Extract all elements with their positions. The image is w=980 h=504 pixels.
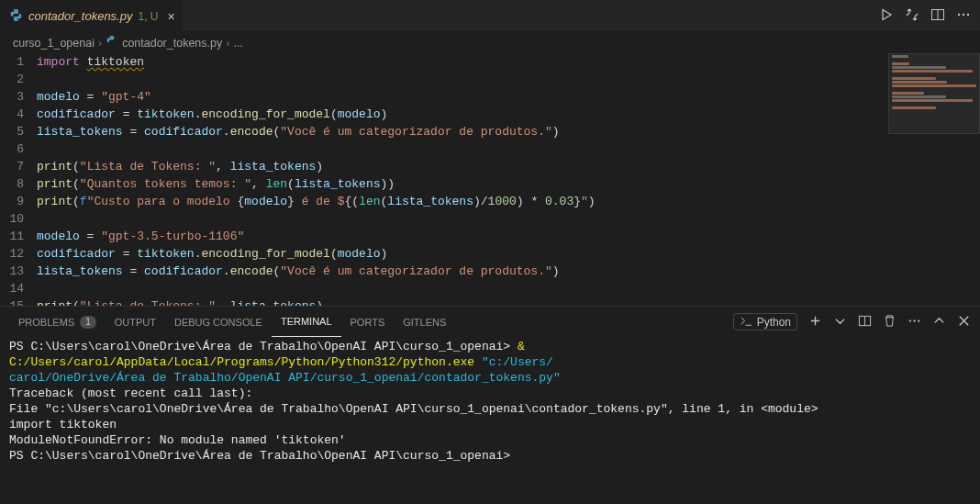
run-icon[interactable]	[879, 7, 894, 25]
tab-label: OUTPUT	[115, 317, 156, 328]
close-panel-icon[interactable]	[957, 314, 971, 330]
editor[interactable]: 123456789101112131415 import tiktokenmod…	[0, 53, 980, 306]
terminal-profile-dropdown[interactable]: Python	[733, 313, 797, 330]
minimap[interactable]	[888, 53, 980, 306]
python-file-icon	[106, 35, 118, 50]
tab-contador-tokens[interactable]: contador_tokens.py 1, U ×	[0, 0, 183, 31]
more-actions-icon[interactable]	[956, 7, 971, 25]
tab-bar: contador_tokens.py 1, U ×	[0, 0, 980, 32]
more-icon[interactable]	[908, 314, 921, 330]
svg-point-2	[958, 13, 960, 15]
svg-point-4	[967, 13, 969, 15]
kill-terminal-icon[interactable]	[883, 314, 896, 330]
svg-point-7	[909, 319, 911, 321]
svg-point-9	[918, 319, 919, 321]
panel-actions: Python	[733, 313, 971, 330]
breadcrumb-file: contador_tokens.py	[122, 37, 222, 50]
tab-label: PROBLEMS	[18, 317, 74, 328]
tab-gitlens[interactable]: GITLENS	[394, 307, 455, 337]
terminal-output[interactable]: PS C:\Users\carol\OneDrive\Área de Traba…	[0, 337, 980, 504]
code-area[interactable]: import tiktokenmodelo = "gpt-4"codificad…	[37, 53, 980, 306]
chevron-right-icon: ›	[226, 37, 229, 50]
tab-ports[interactable]: PORTS	[341, 307, 395, 337]
tab-debug-console[interactable]: DEBUG CONSOLE	[165, 307, 272, 337]
line-gutter: 123456789101112131415	[0, 53, 37, 306]
breadcrumb-trail: ...	[233, 37, 242, 50]
minimap-viewport[interactable]	[888, 53, 980, 134]
breadcrumb-folder: curso_1_openai	[13, 37, 95, 50]
tab-output[interactable]: OUTPUT	[106, 307, 165, 337]
tab-problems[interactable]: PROBLEMS 1	[9, 307, 106, 337]
svg-point-8	[913, 319, 915, 321]
chevron-down-icon[interactable]	[833, 314, 847, 330]
breadcrumb[interactable]: curso_1_openai › contador_tokens.py › ..…	[0, 32, 980, 53]
tab-git-status: 1, U	[138, 10, 158, 23]
split-editor-icon[interactable]	[930, 7, 945, 25]
tab-terminal[interactable]: TERMINAL	[272, 307, 341, 337]
tab-label: PORTS	[351, 317, 385, 328]
dropdown-label: Python	[757, 316, 791, 329]
tab-label: DEBUG CONSOLE	[174, 317, 262, 328]
chevron-up-icon[interactable]	[932, 314, 946, 330]
problems-badge: 1	[80, 316, 96, 329]
tab-filename: contador_tokens.py	[28, 9, 132, 23]
panel: PROBLEMS 1 OUTPUT DEBUG CONSOLE TERMINAL…	[0, 306, 980, 504]
python-file-icon	[9, 8, 23, 25]
tab-label: GITLENS	[403, 317, 446, 328]
panel-tabs: PROBLEMS 1 OUTPUT DEBUG CONSOLE TERMINAL…	[0, 307, 980, 337]
new-terminal-icon[interactable]	[808, 314, 822, 330]
svg-point-3	[963, 13, 964, 15]
compare-changes-icon[interactable]	[905, 7, 919, 25]
chevron-right-icon: ›	[98, 37, 102, 50]
split-terminal-icon[interactable]	[858, 314, 872, 330]
tab-label: TERMINAL	[281, 316, 332, 327]
editor-actions	[879, 0, 980, 31]
close-icon[interactable]: ×	[167, 9, 174, 24]
